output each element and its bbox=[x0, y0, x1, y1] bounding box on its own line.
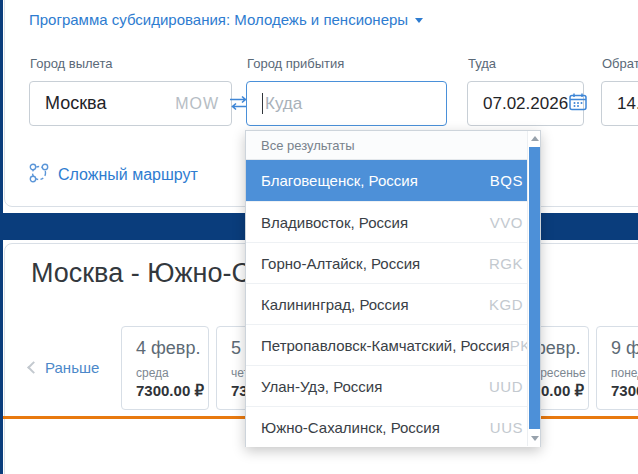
card-weekday: понедельник bbox=[611, 366, 638, 380]
dropdown-item-city: Владивосток, Россия bbox=[261, 214, 408, 231]
scroll-up-icon[interactable] bbox=[531, 136, 539, 141]
dropdown-item-code: UUD bbox=[489, 378, 523, 395]
scroll-down-icon[interactable] bbox=[531, 436, 539, 441]
dropdown-item-city: Улан-Удэ, Россия bbox=[261, 378, 382, 395]
dropdown-item-city: Южно-Сахалинск, Россия bbox=[261, 419, 440, 436]
scrollbar-thumb[interactable] bbox=[529, 147, 540, 429]
dropdown-item[interactable]: Улан-Удэ, Россия UUD bbox=[246, 365, 540, 406]
dropdown-item[interactable]: Калининград, Россия KGD bbox=[246, 283, 540, 324]
dropdown-item[interactable]: Южно-Сахалинск, Россия UUS bbox=[246, 406, 540, 447]
city-autocomplete-dropdown: Все результаты Благовещенск, Россия BQS … bbox=[245, 130, 541, 447]
dropdown-header: Все результаты bbox=[246, 131, 540, 160]
return-date-value: 14.02.2026 bbox=[617, 94, 638, 114]
dropdown-item-city: Калининград, Россия bbox=[261, 296, 409, 313]
depart-date-label: Туда bbox=[468, 56, 496, 71]
subsidy-program-label: Программа субсидирования: Молодежь и пен… bbox=[29, 11, 408, 28]
complex-route-label: Сложный маршрут bbox=[58, 166, 198, 184]
dropdown-item-city: Петропавловск-Камчатский, Россия bbox=[261, 337, 510, 354]
dropdown-item-code: BQS bbox=[490, 172, 523, 189]
departure-city-code: MOW bbox=[175, 95, 219, 113]
earlier-label: Раньше bbox=[45, 359, 99, 376]
dropdown-item[interactable]: Благовещенск, Россия BQS bbox=[246, 160, 540, 201]
complex-route-link[interactable]: Сложный маршрут bbox=[29, 162, 198, 187]
arrival-city-input[interactable]: Куда bbox=[246, 81, 447, 126]
arrival-city-label: Город прибытия bbox=[247, 56, 344, 71]
dropdown-item[interactable]: Горно-Алтайск, Россия RGK bbox=[246, 242, 540, 283]
dropdown-item-code: RGK bbox=[489, 255, 523, 272]
return-date-label: Обратно bbox=[602, 56, 638, 71]
departure-city-label: Город вылета bbox=[30, 56, 112, 71]
dropdown-item-code: UUS bbox=[490, 419, 523, 436]
subsidy-program-selector[interactable]: Программа субсидирования: Молодежь и пен… bbox=[29, 11, 423, 28]
dropdown-item[interactable]: Владивосток, Россия VVO bbox=[246, 201, 540, 242]
chevron-left-icon bbox=[27, 361, 40, 374]
earlier-dates-button[interactable]: Раньше bbox=[29, 352, 99, 382]
depart-date-input[interactable]: 07.02.2026 bbox=[467, 81, 584, 126]
card-price: 7300.00 ₽ bbox=[136, 382, 208, 400]
card-weekday: среда bbox=[136, 366, 208, 380]
dropdown-scrollbar[interactable] bbox=[527, 131, 540, 446]
depart-date-value: 07.02.2026 bbox=[483, 94, 568, 114]
dropdown-item-city: Горно-Алтайск, Россия bbox=[261, 255, 420, 272]
date-card[interactable]: 9 февр. понедельник 7300.00 ₽ bbox=[596, 326, 638, 410]
text-cursor bbox=[262, 93, 263, 114]
chevron-down-icon bbox=[415, 18, 423, 23]
card-price: 7300.00 ₽ bbox=[611, 382, 638, 400]
card-date: 9 февр. bbox=[611, 338, 638, 359]
date-card[interactable]: 4 февр. среда 7300.00 ₽ bbox=[121, 326, 209, 410]
return-date-input[interactable]: 14.02.2026 bbox=[601, 81, 638, 126]
dropdown-item-city: Благовещенск, Россия bbox=[261, 172, 418, 189]
dropdown-item[interactable]: Петропавловск-Камчатский, Россия PKC bbox=[246, 324, 540, 365]
dropdown-item-code: KGD bbox=[489, 296, 523, 313]
calendar-icon[interactable] bbox=[568, 92, 588, 116]
multi-city-route-icon bbox=[29, 162, 49, 187]
card-date: 4 февр. bbox=[136, 338, 208, 359]
dropdown-list: Благовещенск, Россия BQS Владивосток, Ро… bbox=[246, 160, 540, 447]
departure-city-value: Москва bbox=[45, 93, 106, 114]
dropdown-item-code: VVO bbox=[490, 214, 523, 231]
departure-city-input[interactable]: Москва MOW bbox=[29, 81, 232, 126]
arrival-city-placeholder: Куда bbox=[265, 94, 302, 114]
